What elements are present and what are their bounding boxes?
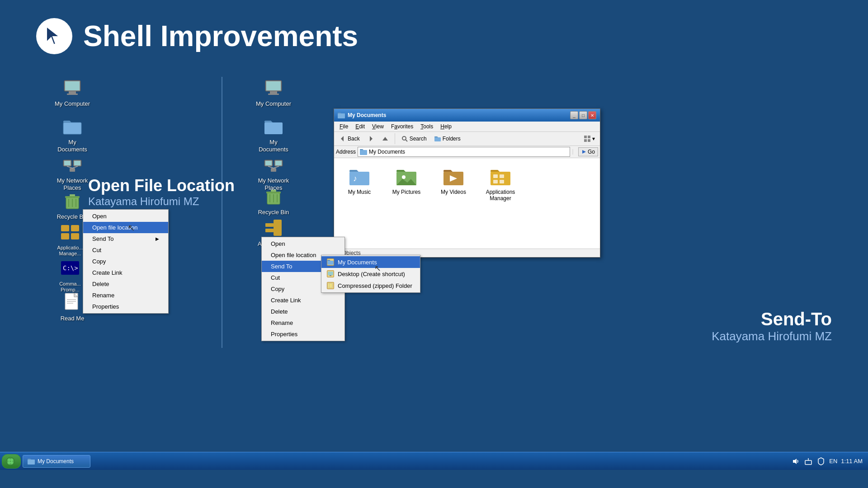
ctx2-delete[interactable]: Delete xyxy=(262,306,344,317)
views-button[interactable]: ▾ xyxy=(580,134,598,144)
cmd-icon: C:\> xyxy=(59,258,81,279)
desktop-icon-label: My Documents xyxy=(54,139,90,153)
svg-rect-82 xyxy=(493,180,498,183)
apps-icon xyxy=(59,221,81,243)
menu-favorites[interactable]: Favorites xyxy=(387,122,417,131)
file-my-videos[interactable]: My Videos xyxy=(435,165,472,241)
search-button[interactable]: Search xyxy=(398,134,430,144)
taskbar-window-item[interactable]: My Documents xyxy=(23,455,90,468)
network-icon-r xyxy=(263,154,284,175)
window-titlebar: My Documents _ □ ✕ xyxy=(334,109,600,122)
desktop-icon-my-network[interactable]: My Network Places xyxy=(54,154,90,191)
explorer-content: ♪ My Music My Pictures xyxy=(334,158,600,249)
ctx2-open[interactable]: Open xyxy=(262,238,344,249)
close-button[interactable]: ✕ xyxy=(588,111,596,119)
ctx-properties[interactable]: Properties xyxy=(83,301,168,312)
ctx2-properties[interactable]: Properties xyxy=(262,328,344,340)
recycle-bin-icon-r xyxy=(263,185,284,207)
ctx2-rename[interactable]: Rename xyxy=(262,317,344,328)
desktop-icon-label: Applicatio...Manage... xyxy=(57,245,83,257)
svg-rect-55 xyxy=(330,275,331,276)
ctx-delete[interactable]: Delete xyxy=(83,278,168,290)
back-button[interactable]: Back xyxy=(336,134,363,144)
st-zip[interactable]: Compressed (zipped) Folder xyxy=(321,280,420,291)
svg-rect-38 xyxy=(265,161,272,165)
page-title: Shell Improvements xyxy=(83,19,358,53)
file-icon-label: My Videos xyxy=(441,189,466,195)
ctx-create-link[interactable]: Create Link xyxy=(83,267,168,278)
recycle-bin-icon xyxy=(61,190,83,211)
start-button[interactable] xyxy=(2,454,21,469)
file-apps-manager[interactable]: Applications Manager xyxy=(482,165,519,241)
file-icon-label: Applications Manager xyxy=(482,189,519,202)
ctx-open[interactable]: Open xyxy=(83,211,168,222)
desktop-icon-label: My Computer xyxy=(55,100,90,108)
ctx-send-to[interactable]: Send To ▶ xyxy=(83,233,168,244)
desktop-icon-my-documents-r[interactable]: My Documents xyxy=(255,115,292,153)
ctx-cut[interactable]: Cut xyxy=(83,244,168,256)
maximize-button[interactable]: □ xyxy=(579,111,587,119)
file-my-music[interactable]: ♪ My Music xyxy=(341,165,377,241)
address-folder-icon xyxy=(360,148,367,155)
svg-marker-59 xyxy=(341,136,344,141)
svg-rect-67 xyxy=(584,139,587,142)
menu-tools[interactable]: Tools xyxy=(417,122,437,131)
menu-view[interactable]: View xyxy=(368,122,387,131)
go-separator-icon xyxy=(572,149,577,155)
forward-button[interactable] xyxy=(364,134,377,144)
svg-rect-46 xyxy=(271,190,276,192)
ctx-copy[interactable]: Copy xyxy=(83,256,168,267)
svg-rect-91 xyxy=(805,460,811,465)
menu-file[interactable]: File xyxy=(336,122,352,131)
file-my-pictures[interactable]: My Pictures xyxy=(388,165,425,241)
svg-rect-68 xyxy=(588,139,590,142)
svg-marker-61 xyxy=(382,137,388,141)
text-file-icon xyxy=(61,291,83,313)
svg-point-85 xyxy=(8,459,10,461)
up-button[interactable] xyxy=(378,134,392,144)
desktop-icon-label: My Documents xyxy=(255,139,292,153)
svg-line-13 xyxy=(72,166,78,168)
desktop-icon-label: Recycle Bin xyxy=(258,209,289,216)
st-mydocs[interactable]: My Documents xyxy=(321,256,420,268)
ctx-open-location[interactable]: Open file location xyxy=(83,222,168,233)
open-file-location-annotation: Open File Location Katayama Hirofumi MZ xyxy=(88,176,235,208)
explorer-window: My Documents _ □ ✕ File Edit View Favori… xyxy=(334,108,600,258)
folder-blue-icon-r xyxy=(263,115,284,137)
svg-rect-3 xyxy=(69,91,76,94)
ctx-rename[interactable]: Rename xyxy=(83,290,168,301)
desktop-icon-label: My Network Places xyxy=(54,177,90,191)
toolbar-separator xyxy=(395,133,395,144)
toolbar: Back Search Folders xyxy=(334,132,600,146)
svg-rect-5 xyxy=(63,122,81,134)
st-desktop[interactable]: Desktop (Create shortcut) xyxy=(321,268,420,280)
desktop-icon-label: My Computer xyxy=(256,100,291,108)
ctx2-create-link[interactable]: Create Link xyxy=(262,295,344,306)
address-input[interactable]: My Documents xyxy=(358,147,570,157)
apps-icon-r xyxy=(263,217,284,239)
menu-help[interactable]: Help xyxy=(437,122,455,131)
svg-rect-11 xyxy=(70,168,75,172)
svg-rect-20 xyxy=(61,225,69,231)
desktop-icon-my-computer[interactable]: My Computer xyxy=(54,77,90,108)
desktop-icon-my-computer-r[interactable]: My Computer xyxy=(255,77,292,108)
volume-icon xyxy=(791,457,800,466)
computer-icon xyxy=(61,77,83,99)
svg-rect-89 xyxy=(28,460,35,465)
svg-rect-45 xyxy=(266,192,281,193)
svg-rect-10 xyxy=(74,161,80,165)
desktop-icon-sm xyxy=(327,270,334,277)
taskbar-folder-icon xyxy=(28,458,35,465)
go-button[interactable]: Go xyxy=(578,147,598,156)
minimize-button[interactable]: _ xyxy=(570,111,578,119)
menu-edit[interactable]: Edit xyxy=(352,122,368,131)
svg-marker-90 xyxy=(793,459,797,464)
desktop-icon-my-documents[interactable]: My Documents xyxy=(54,115,90,153)
folders-button[interactable]: Folders xyxy=(431,134,464,144)
network-icon xyxy=(61,154,83,175)
desktop-icon-recycle-bin-r[interactable]: Recycle Bin xyxy=(255,185,292,216)
language-indicator: EN xyxy=(829,458,837,465)
svg-rect-35 xyxy=(268,94,279,95)
svg-marker-71 xyxy=(582,150,586,154)
svg-rect-64 xyxy=(434,137,441,141)
